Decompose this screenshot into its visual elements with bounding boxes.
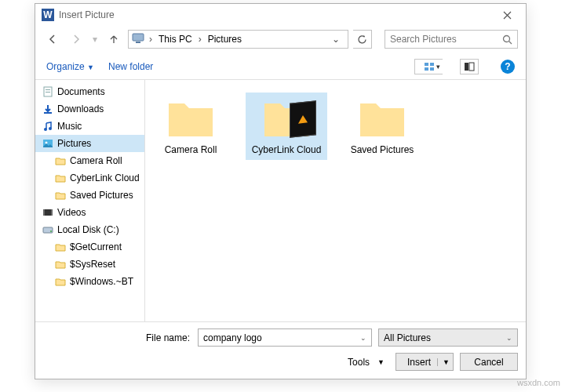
file-list[interactable]: Camera RollCyberLink CloudSaved Pictures — [145, 80, 526, 321]
close-button[interactable] — [491, 4, 523, 26]
breadcrumb-sep — [148, 34, 154, 45]
folder-thumb-icon — [261, 97, 312, 140]
fld-icon — [54, 172, 67, 184]
tree-label: $GetCurrent — [70, 241, 122, 252]
tree-label: Music — [57, 121, 82, 132]
new-folder-button[interactable]: New folder — [108, 61, 153, 72]
file-type-filter[interactable]: All Pictures ⌄ — [378, 328, 518, 347]
folder-icon — [357, 97, 407, 140]
dialog-title: Insert Picture — [59, 9, 491, 20]
tree-label: Camera Roll — [70, 155, 122, 166]
tree-label: Pictures — [57, 138, 91, 149]
content-item[interactable]: Camera Roll — [150, 93, 231, 160]
svg-point-16 — [49, 127, 52, 130]
fld-icon — [54, 189, 67, 201]
cancel-button[interactable]: Cancel — [460, 353, 518, 371]
nav-tree[interactable]: DocumentsDownloadsMusicPicturesCamera Ro… — [35, 80, 145, 321]
nav-row: ▾ This PC Pictures ⌄ Search Pictures — [35, 26, 526, 53]
preview-pane-button[interactable] — [460, 59, 479, 74]
svg-rect-20 — [43, 209, 45, 216]
tree-node[interactable]: $SysReset — [35, 256, 144, 273]
tree-node[interactable]: Camera Roll — [35, 152, 144, 169]
tree-node[interactable]: $Windows.~BT — [35, 273, 144, 290]
word-icon: W — [42, 9, 54, 21]
filename-label: File name: — [146, 332, 190, 343]
breadcrumb[interactable]: This PC Pictures ⌄ — [128, 30, 348, 49]
tree-node[interactable]: $GetCurrent — [35, 238, 144, 256]
svg-rect-14 — [44, 112, 52, 114]
svg-rect-10 — [469, 63, 474, 71]
chevron-down-icon: ⌄ — [360, 334, 366, 342]
dl-icon — [42, 103, 54, 115]
tree-label: $Windows.~BT — [70, 276, 133, 287]
up-button[interactable] — [104, 30, 123, 49]
watermark: wsxdn.com — [517, 378, 560, 387]
content-item[interactable]: Saved Pictures — [341, 93, 423, 160]
svg-rect-7 — [425, 67, 428, 71]
tree-node[interactable]: Saved Pictures — [35, 187, 144, 204]
vid-icon — [42, 206, 54, 219]
fld-icon — [54, 258, 67, 270]
item-label: CyberLink Cloud — [252, 144, 322, 155]
svg-rect-9 — [465, 63, 468, 71]
svg-point-23 — [50, 230, 52, 232]
tree-label: CyberLink Cloud — [70, 172, 140, 183]
svg-point-4 — [504, 35, 510, 42]
breadcrumb-root[interactable]: This PC — [157, 34, 194, 45]
fld-icon — [54, 275, 67, 288]
tree-label: Local Disk (C:) — [57, 224, 119, 235]
refresh-button[interactable] — [353, 30, 372, 49]
svg-rect-8 — [430, 67, 434, 71]
tree-node[interactable]: CyberLink Cloud — [35, 169, 144, 187]
tree-node[interactable]: Local Disk (C:) — [35, 221, 144, 238]
tree-node[interactable]: Pictures — [35, 135, 144, 152]
svg-rect-13 — [46, 92, 50, 93]
insert-picture-dialog: W Insert Picture ▾ This PC Pictures ⌄ Se… — [35, 3, 527, 379]
search-icon — [502, 34, 512, 45]
help-button[interactable]: ? — [501, 60, 515, 74]
tree-node[interactable]: Videos — [35, 204, 144, 221]
pic-icon — [42, 137, 54, 150]
organize-menu[interactable]: Organize ▼ — [46, 61, 94, 72]
svg-text:W: W — [43, 9, 53, 20]
fld-icon — [54, 154, 67, 167]
item-label: Saved Pictures — [351, 144, 414, 155]
filter-value: All Pictures — [384, 332, 431, 343]
fld-icon — [54, 241, 67, 253]
pc-icon — [132, 33, 144, 46]
search-placeholder: Search Pictures — [390, 34, 502, 45]
svg-rect-2 — [133, 34, 144, 41]
music-icon — [42, 120, 54, 132]
tree-label: Videos — [57, 207, 86, 218]
command-row: Organize ▼ New folder ? — [35, 53, 526, 79]
search-input[interactable]: Search Pictures — [385, 30, 518, 49]
back-button[interactable] — [43, 30, 62, 49]
titlebar: W Insert Picture — [35, 4, 526, 26]
bottom-bar: File name: company logo ⌄ All Pictures ⌄… — [35, 321, 526, 379]
breadcrumb-current[interactable]: Pictures — [206, 34, 243, 45]
filename-input[interactable]: company logo ⌄ — [198, 328, 372, 347]
svg-rect-12 — [46, 89, 50, 90]
folder-icon — [166, 97, 216, 140]
tree-label: Downloads — [57, 103, 104, 114]
tree-node[interactable]: Music — [35, 118, 144, 135]
recent-dropdown[interactable]: ▾ — [90, 30, 100, 49]
content-item[interactable]: CyberLink Cloud — [246, 93, 327, 160]
tools-menu[interactable]: Tools▼ — [343, 357, 389, 368]
insert-button[interactable]: Insert▼ — [396, 353, 454, 371]
tree-label: Saved Pictures — [70, 190, 133, 201]
filename-value: company logo — [203, 332, 262, 343]
tree-node[interactable]: Downloads — [35, 100, 144, 118]
breadcrumb-sep — [197, 34, 203, 45]
doc-icon — [42, 85, 54, 98]
forward-button[interactable] — [67, 30, 86, 49]
body: DocumentsDownloadsMusicPicturesCamera Ro… — [35, 79, 526, 321]
breadcrumb-drop-icon[interactable]: ⌄ — [327, 34, 344, 45]
svg-rect-5 — [425, 63, 428, 66]
svg-rect-21 — [51, 209, 53, 216]
tree-node[interactable]: Documents — [35, 83, 144, 100]
tree-label: $SysReset — [70, 259, 115, 270]
item-label: Camera Roll — [165, 144, 217, 155]
view-mode-button[interactable] — [414, 59, 443, 74]
svg-rect-6 — [430, 63, 434, 66]
